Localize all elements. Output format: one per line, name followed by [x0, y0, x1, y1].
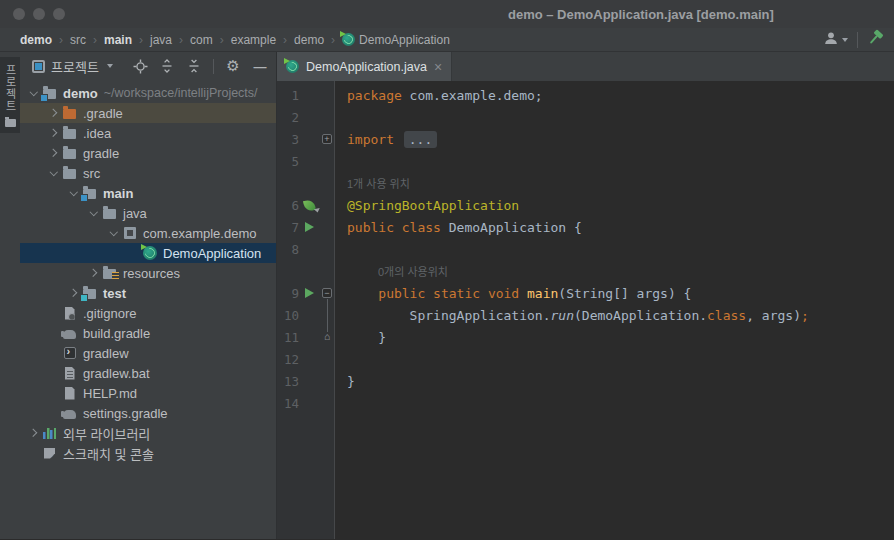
tree-item-gradlew.bat[interactable]: gradlew.bat [20, 363, 276, 383]
gutter-cell: 13 [277, 370, 336, 392]
hide-panel-button[interactable]: — [252, 58, 268, 74]
chevron-expanded-icon[interactable] [86, 211, 101, 215]
tree-item-test[interactable]: test [20, 283, 276, 303]
code-line: 14 [277, 392, 894, 414]
breadcrumb-item-com[interactable]: com [190, 33, 213, 47]
chevron-expanded-icon[interactable] [46, 171, 61, 175]
tree-item-settings.gradle[interactable]: settings.gradle [20, 403, 276, 423]
tree-item-gradlew[interactable]: gradlew [20, 343, 276, 363]
tree-item-label: gradlew [83, 346, 129, 361]
breadcrumb-item-label: src [70, 33, 86, 47]
code-editor[interactable]: 1package com.example.demo;23+import ...5… [277, 81, 894, 539]
tree-item-demo[interactable]: demo~/workspace/intellijProjects/ [20, 83, 276, 103]
tree-item-label: .idea [83, 126, 111, 141]
tree-item-gradle[interactable]: gradle [20, 143, 276, 163]
run-gutter-icon[interactable] [299, 288, 320, 298]
fold-end-icon: ⌂ [324, 332, 330, 342]
tree-item-com.example.demo[interactable]: com.example.demo [20, 223, 276, 243]
editor-tab[interactable]: DemoApplication.java × [277, 52, 452, 81]
code-segment: SpringApplication. [347, 308, 551, 323]
toolbar-separator [213, 59, 214, 74]
breadcrumb-item-src[interactable]: src [70, 33, 86, 47]
breadcrumb-item-demoapplication[interactable]: DemoApplication [342, 33, 450, 47]
tree-item-build.gradle[interactable]: build.gradle [20, 323, 276, 343]
user-account-button[interactable] [823, 31, 848, 49]
breadcrumb-item-label: demo [294, 33, 324, 47]
folded-imports[interactable]: ... [404, 131, 437, 148]
fold-marker-minus[interactable]: − [320, 288, 334, 298]
tree-item-label: .gitignore [83, 306, 136, 321]
chevron-collapsed-icon[interactable] [46, 130, 61, 136]
breadcrumb-item-label: demo [20, 33, 52, 47]
fold-marker-end[interactable]: ⌂ [320, 332, 334, 342]
project-tool-window-button[interactable]: 프로젝트 [0, 57, 20, 133]
breadcrumb-item-main[interactable]: main [104, 33, 132, 47]
tree-item-DemoApplication[interactable]: DemoApplication [20, 243, 276, 263]
tree-item-resources[interactable]: resources [20, 263, 276, 283]
gutter-cell: 12 [277, 348, 336, 370]
close-tab-icon[interactable]: × [434, 60, 442, 74]
folder-icon [61, 145, 78, 161]
breadcrumb-item-label: example [231, 33, 276, 47]
tree-item-label: com.example.demo [143, 226, 256, 241]
breadcrumb-item-demo[interactable]: demo [294, 33, 324, 47]
code-segment: , args) [746, 308, 801, 323]
close-window-button[interactable] [13, 8, 25, 20]
spring-leaf-gutter-icon[interactable] [299, 200, 320, 211]
project-panel-title[interactable]: 프로젝트 [51, 57, 99, 76]
line-number: 12 [277, 352, 299, 367]
line-number: 5 [277, 154, 299, 169]
breadcrumb-item-example[interactable]: example [231, 33, 276, 47]
text-file-icon [61, 365, 78, 381]
tree-item-label: java [123, 206, 147, 221]
chevron-collapsed-icon[interactable] [26, 430, 41, 436]
folder-icon [101, 205, 118, 221]
breadcrumb-item-demo[interactable]: demo [20, 33, 52, 47]
editor-column: DemoApplication.java × 1package com.exam… [276, 52, 894, 539]
minimize-window-button[interactable] [33, 8, 45, 20]
breadcrumb-separator: › [220, 33, 224, 47]
gutter-cell: 6 [277, 194, 336, 216]
tree-item-main[interactable]: main [20, 183, 276, 203]
tree-item-.gitignore[interactable]: .gitignore [20, 303, 276, 323]
tree-item-외부-라이브러리[interactable]: 외부 라이브러리 [20, 423, 276, 443]
tree-item-java[interactable]: java [20, 203, 276, 223]
settings-gear-button[interactable]: ⚙ [225, 58, 241, 74]
toolbar-separator [857, 32, 858, 48]
gutter-cell: 5 [277, 150, 336, 172]
breadcrumb-item-java[interactable]: java [150, 33, 172, 47]
tree-item-src[interactable]: src [20, 163, 276, 183]
tree-item-.idea[interactable]: .idea [20, 123, 276, 143]
code-line: 3+import ... [277, 128, 894, 150]
chevron-expanded-icon[interactable] [66, 191, 81, 195]
tree-item-label: main [103, 186, 133, 201]
breadcrumb-separator: › [93, 33, 97, 47]
chevron-collapsed-icon[interactable] [86, 270, 101, 276]
tree-item-스크래치-및-콘솔[interactable]: 스크래치 및 콘솔 [20, 443, 276, 463]
code-line: 2 [277, 106, 894, 128]
maximize-window-button[interactable] [53, 8, 65, 20]
window-title: demo – DemoApplication.java [demo.main] [508, 7, 774, 22]
collapse-all-button[interactable] [186, 58, 202, 74]
run-gutter-icon[interactable] [299, 222, 320, 232]
run-icon [305, 288, 314, 298]
project-panel-toolbar: ⚙ — [132, 58, 268, 74]
locate-file-button[interactable] [132, 58, 148, 74]
expand-all-button[interactable] [159, 58, 175, 74]
build-hammer-button[interactable] [867, 29, 884, 50]
tree-item-HELP.md[interactable]: HELP.md [20, 383, 276, 403]
chevron-collapsed-icon[interactable] [66, 290, 81, 296]
line-number: 3 [277, 132, 299, 147]
chevron-expanded-icon[interactable] [106, 231, 121, 235]
chevron-down-icon[interactable] [107, 64, 113, 68]
chevron-expanded-icon[interactable] [26, 91, 41, 95]
chevron-collapsed-icon[interactable] [46, 150, 61, 156]
code-text: SpringApplication.run(DemoApplication.cl… [336, 308, 809, 323]
chevron-collapsed-icon[interactable] [46, 110, 61, 116]
tree-item-.gradle[interactable]: .gradle [20, 103, 276, 123]
tree-item-label: src [83, 166, 100, 181]
fold-marker-plus[interactable]: + [320, 134, 334, 144]
gutter-cell: 2 [277, 106, 336, 128]
inlay-line: 1개 사용 위치 [277, 172, 894, 194]
navbar-actions [823, 29, 884, 50]
